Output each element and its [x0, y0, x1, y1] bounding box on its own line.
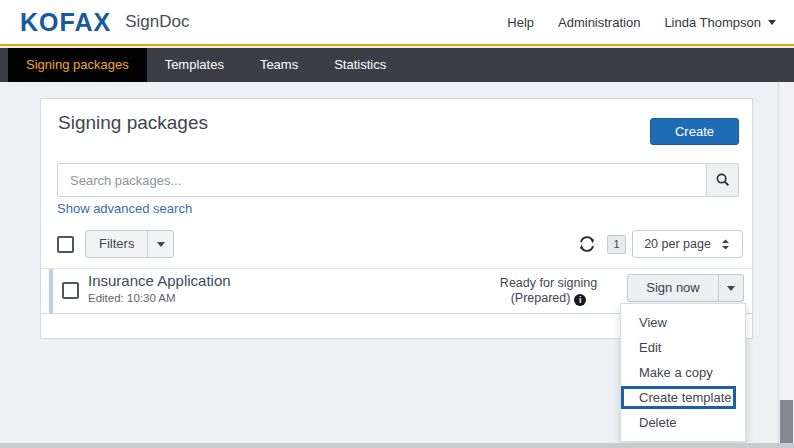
package-name-link[interactable]: Insurance Application — [88, 272, 231, 289]
page-title: Signing packages — [58, 112, 208, 134]
menu-item-create-template[interactable]: Create template — [621, 386, 736, 409]
search-input[interactable] — [57, 163, 707, 197]
updown-caret-icon — [720, 238, 731, 251]
page-number[interactable]: 1 — [607, 235, 626, 254]
status-line1: Ready for signing — [500, 276, 597, 290]
sign-now-dropdown-toggle[interactable] — [718, 275, 743, 301]
chevron-down-icon — [727, 286, 735, 291]
tab-teams[interactable]: Teams — [242, 48, 316, 82]
product-name: SignDoc — [125, 12, 189, 32]
per-page-value: 20 per page — [644, 237, 711, 251]
refresh-button[interactable] — [577, 234, 597, 254]
package-status: Ready for signing (Prepared)i — [481, 276, 616, 306]
search-icon — [715, 172, 731, 188]
user-menu[interactable]: Linda Thompson — [664, 15, 776, 30]
tab-statistics[interactable]: Statistics — [316, 48, 404, 82]
main-nav: Signing packages Templates Teams Statist… — [0, 48, 794, 82]
scrollbar-thumb[interactable] — [780, 400, 793, 443]
select-all-checkbox[interactable] — [57, 236, 74, 253]
row-accent-bar — [49, 269, 53, 313]
tab-templates[interactable]: Templates — [147, 48, 242, 82]
refresh-icon — [577, 234, 597, 254]
header-links: Help Administration Linda Thompson — [507, 15, 794, 30]
administration-link[interactable]: Administration — [558, 15, 640, 30]
search-button[interactable] — [706, 163, 739, 197]
menu-item-edit[interactable]: Edit — [621, 335, 745, 360]
filters-dropdown-toggle[interactable] — [147, 231, 173, 257]
create-package-button[interactable]: Create package — [650, 118, 739, 145]
package-edited-time: Edited: 10:30 AM — [88, 292, 176, 304]
chevron-down-icon — [157, 242, 165, 247]
vertical-scrollbar[interactable] — [778, 82, 794, 448]
sign-now-button[interactable]: Sign now — [627, 274, 744, 302]
advanced-search-link[interactable]: Show advanced search — [57, 201, 192, 216]
menu-item-view[interactable]: View — [621, 310, 745, 335]
kofax-logo: KOFAX — [20, 8, 111, 37]
info-icon[interactable]: i — [574, 294, 586, 306]
row-actions-menu: View Edit Make a copy Create template De… — [620, 303, 746, 442]
window-bottom-edge — [0, 443, 794, 448]
menu-item-make-a-copy[interactable]: Make a copy — [621, 360, 745, 385]
sign-now-label[interactable]: Sign now — [628, 275, 718, 301]
app-window: KOFAX SignDoc Help Administration Linda … — [0, 0, 794, 448]
chevron-down-icon — [768, 20, 776, 25]
filters-button[interactable]: Filters — [85, 230, 174, 258]
user-name: Linda Thompson — [664, 15, 761, 30]
help-link[interactable]: Help — [507, 15, 534, 30]
filters-button-label[interactable]: Filters — [86, 231, 147, 257]
per-page-select[interactable]: 20 per page — [632, 230, 743, 258]
tab-signing-packages[interactable]: Signing packages — [8, 48, 147, 82]
row-checkbox[interactable] — [62, 282, 79, 299]
app-header: KOFAX SignDoc Help Administration Linda … — [0, 0, 794, 46]
status-line2: (Prepared) — [511, 291, 571, 305]
menu-item-delete[interactable]: Delete — [621, 410, 745, 435]
